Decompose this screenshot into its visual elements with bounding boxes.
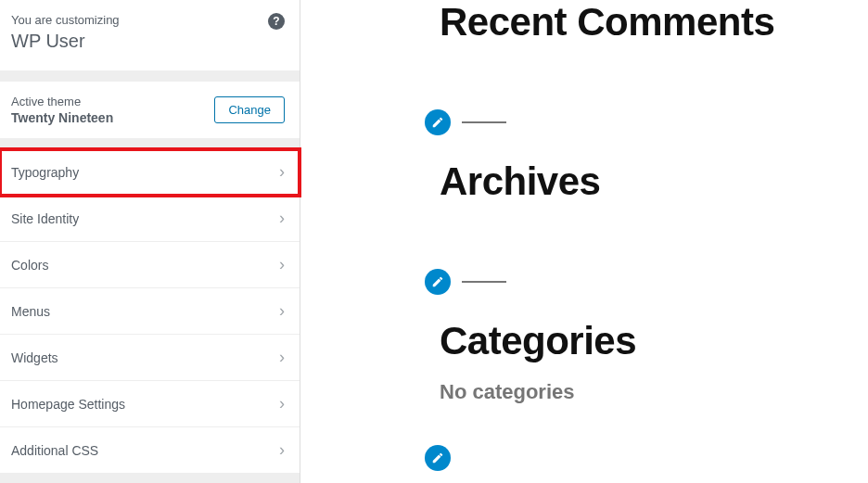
theme-name: Twenty Nineteen: [11, 110, 113, 125]
menu-item-menus[interactable]: Menus ›: [0, 288, 300, 335]
pencil-icon[interactable]: [425, 445, 451, 471]
recent-comments-widget: Recent Comments: [440, 0, 868, 44]
separator-line: [462, 121, 506, 123]
chevron-right-icon: ›: [279, 255, 285, 274]
chevron-right-icon: ›: [279, 440, 285, 460]
menu-item-label: Widgets: [11, 350, 58, 365]
menu-item-label: Site Identity: [11, 211, 79, 226]
theme-info: Active theme Twenty Nineteen: [11, 95, 113, 125]
chevron-right-icon: ›: [279, 394, 285, 413]
customizing-label: You are customizing: [11, 13, 285, 27]
archives-title: Archives: [440, 159, 868, 204]
menu-item-label: Menus: [11, 304, 50, 319]
pencil-icon[interactable]: [425, 109, 451, 135]
widget-edit-row: [425, 109, 868, 135]
chevron-right-icon: ›: [279, 209, 285, 228]
change-theme-button[interactable]: Change: [214, 96, 285, 123]
site-title: WP User: [11, 31, 285, 52]
menu-item-widgets[interactable]: Widgets ›: [0, 335, 300, 381]
menu-item-colors[interactable]: Colors ›: [0, 242, 300, 288]
menu-item-typography[interactable]: Typography ›: [0, 149, 300, 196]
site-preview: Recent Comments Archives Categories No c…: [300, 0, 868, 483]
menu-item-label: Homepage Settings: [11, 397, 125, 412]
widget-edit-row: [425, 269, 868, 295]
separator-line: [462, 281, 506, 283]
no-categories-text: No categories: [440, 380, 868, 404]
menu-item-label: Colors: [11, 258, 48, 273]
theme-section: Active theme Twenty Nineteen Change: [0, 82, 300, 138]
chevron-right-icon: ›: [279, 162, 285, 182]
chevron-right-icon: ›: [279, 348, 285, 367]
menu-item-label: Additional CSS: [11, 443, 98, 458]
customizer-menu: Typography › Site Identity › Colors › Me…: [0, 149, 300, 474]
menu-item-label: Typography: [11, 165, 79, 180]
menu-item-site-identity[interactable]: Site Identity ›: [0, 196, 300, 242]
recent-comments-title: Recent Comments: [440, 0, 868, 44]
menu-item-additional-css[interactable]: Additional CSS ›: [0, 427, 300, 474]
menu-item-homepage-settings[interactable]: Homepage Settings ›: [0, 381, 300, 427]
widget-edit-row: [425, 445, 868, 471]
customizer-header: You are customizing WP User ?: [0, 0, 300, 70]
help-icon[interactable]: ?: [268, 13, 285, 30]
categories-title: Categories: [440, 319, 868, 363]
chevron-right-icon: ›: [279, 301, 285, 321]
active-theme-label: Active theme: [11, 95, 113, 108]
customizer-sidebar: You are customizing WP User ? Active the…: [0, 0, 300, 483]
pencil-icon[interactable]: [425, 269, 451, 295]
